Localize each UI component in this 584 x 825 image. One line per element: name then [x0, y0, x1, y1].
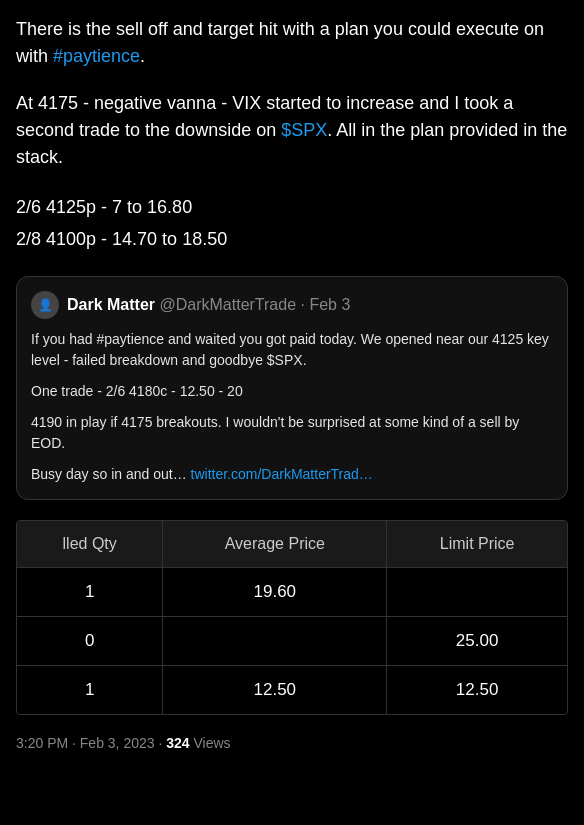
- main-paragraph-1: There is the sell off and target hit wit…: [16, 16, 568, 70]
- footer-time: 3:20 PM · Feb 3, 2023 ·: [16, 735, 166, 751]
- cell-limit-price: 12.50: [387, 665, 567, 714]
- cell-avg-price: 19.60: [163, 567, 387, 616]
- footer-views-label: Views: [190, 735, 231, 751]
- trade-entry-1: 2/6 4125p - 7 to 16.80: [16, 191, 568, 223]
- cell-qty: 1: [17, 665, 163, 714]
- cell-avg-price: 12.50: [163, 665, 387, 714]
- cell-qty: 1: [17, 567, 163, 616]
- table-row: 112.5012.50: [17, 665, 567, 714]
- tweet-date: Feb 3: [309, 296, 350, 313]
- tweet-body: If you had #paytience and waited you got…: [31, 329, 553, 485]
- tweet-link[interactable]: twitter.com/DarkMatterTrad…: [191, 466, 373, 482]
- col-header-qty: lled Qty: [17, 521, 163, 568]
- avatar: 👤: [31, 291, 59, 319]
- cell-avg-price: [163, 616, 387, 665]
- main-text-period: .: [140, 46, 145, 66]
- tweet-author-handle[interactable]: @DarkMatterTrade: [159, 296, 296, 313]
- avatar-icon: 👤: [38, 298, 53, 312]
- trade-entry-2: 2/8 4100p - 14.70 to 18.50: [16, 223, 568, 255]
- table-row: 025.00: [17, 616, 567, 665]
- tweet-para-1: If you had #paytience and waited you got…: [31, 329, 553, 371]
- cashtag-spx[interactable]: $SPX: [281, 120, 327, 140]
- cell-limit-price: 25.00: [387, 616, 567, 665]
- trade-entries: 2/6 4125p - 7 to 16.80 2/8 4100p - 14.70…: [16, 191, 568, 256]
- tweet-author-info: Dark Matter @DarkMatterTrade · Feb 3: [67, 296, 350, 314]
- col-header-avg-price: Average Price: [163, 521, 387, 568]
- tweet-header: 👤 Dark Matter @DarkMatterTrade · Feb 3: [31, 291, 553, 319]
- cell-qty: 0: [17, 616, 163, 665]
- tweet-para-4-text: Busy day so in and out…: [31, 466, 191, 482]
- orders-table: lled Qty Average Price Limit Price 119.6…: [17, 521, 567, 714]
- orders-table-container: lled Qty Average Price Limit Price 119.6…: [16, 520, 568, 715]
- tweet-para-4: Busy day so in and out… twitter.com/Dark…: [31, 464, 553, 485]
- tweet-card: 👤 Dark Matter @DarkMatterTrade · Feb 3 I…: [16, 276, 568, 500]
- footer-views: 324: [166, 735, 189, 751]
- tweet-author-name[interactable]: Dark Matter: [67, 296, 155, 313]
- footer: 3:20 PM · Feb 3, 2023 · 324 Views: [16, 735, 568, 751]
- col-header-limit-price: Limit Price: [387, 521, 567, 568]
- table-header-row: lled Qty Average Price Limit Price: [17, 521, 567, 568]
- tweet-para-2: One trade - 2/6 4180c - 12.50 - 20: [31, 381, 553, 402]
- table-row: 119.60: [17, 567, 567, 616]
- hashtag-paytience[interactable]: #paytience: [53, 46, 140, 66]
- tweet-para-3: 4190 in play if 4175 breakouts. I wouldn…: [31, 412, 553, 454]
- cell-limit-price: [387, 567, 567, 616]
- main-paragraph-2: At 4175 - negative vanna - VIX started t…: [16, 90, 568, 171]
